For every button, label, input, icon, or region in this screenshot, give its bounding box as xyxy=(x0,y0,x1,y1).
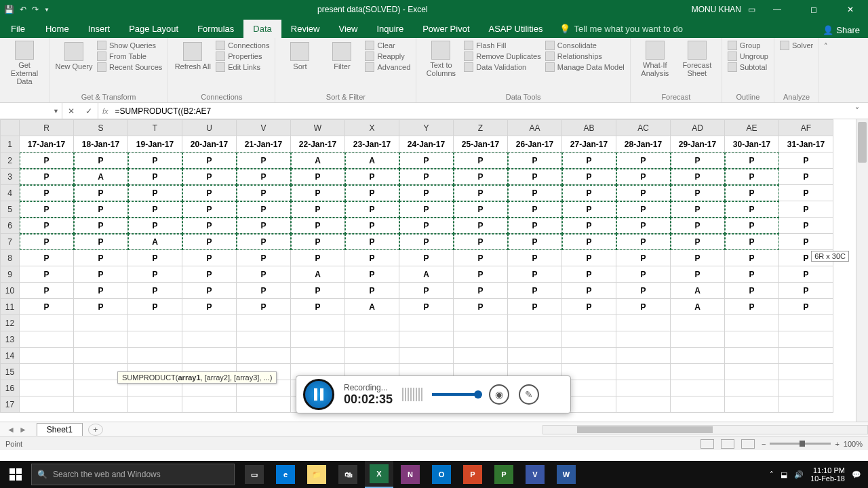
cell[interactable]: P xyxy=(128,283,182,299)
tray-network-icon[interactable]: ⬓ xyxy=(781,470,787,479)
cell[interactable] xyxy=(182,315,237,331)
cell[interactable]: P xyxy=(616,283,671,299)
cell[interactable] xyxy=(616,380,671,396)
tab-home[interactable]: Home xyxy=(36,20,79,38)
cell[interactable] xyxy=(779,331,833,348)
cell[interactable] xyxy=(128,331,182,348)
cell[interactable]: P xyxy=(671,266,725,283)
cell[interactable]: P xyxy=(399,299,454,315)
cell[interactable]: 19-Jan-17 xyxy=(128,136,182,152)
cell[interactable]: P xyxy=(291,299,345,315)
view-page-break-button[interactable] xyxy=(741,439,755,449)
cell[interactable]: 21-Jan-17 xyxy=(237,136,291,152)
view-page-layout-button[interactable] xyxy=(721,439,734,449)
row-header[interactable]: 11 xyxy=(1,299,20,315)
cell[interactable] xyxy=(508,315,562,331)
cell[interactable]: P xyxy=(345,234,399,250)
ribbon-display-icon[interactable]: ▭ xyxy=(748,5,755,14)
cell[interactable]: P xyxy=(399,152,454,169)
cell[interactable]: 28-Jan-17 xyxy=(616,136,671,152)
remove-duplicates-button[interactable]: Remove Duplicates xyxy=(464,52,540,61)
cell[interactable] xyxy=(725,396,779,413)
cell[interactable]: P xyxy=(508,152,562,169)
column-header[interactable]: W xyxy=(291,120,345,136)
cell[interactable]: P xyxy=(345,169,399,185)
cell[interactable] xyxy=(562,315,616,331)
cell[interactable]: P xyxy=(345,266,399,283)
cell[interactable] xyxy=(671,364,725,380)
cell[interactable]: P xyxy=(725,283,779,299)
cell[interactable] xyxy=(725,380,779,396)
cell[interactable]: P xyxy=(454,201,508,218)
relationships-button[interactable]: Relationships xyxy=(545,52,625,61)
zoom-level[interactable]: 100% xyxy=(844,440,863,448)
share-button[interactable]: 👤 Share xyxy=(814,22,868,38)
cell[interactable]: P xyxy=(237,250,291,266)
row-header[interactable]: 1 xyxy=(1,136,20,152)
close-button[interactable]: ✕ xyxy=(835,0,865,19)
cell[interactable]: P xyxy=(562,299,616,315)
zoom-out-button[interactable]: − xyxy=(762,440,766,448)
refresh-all-button[interactable]: Refresh All xyxy=(174,41,212,72)
cell[interactable]: P xyxy=(128,250,182,266)
cell[interactable] xyxy=(20,315,74,331)
cell[interactable] xyxy=(128,396,182,413)
cell[interactable]: P xyxy=(454,152,508,169)
cell[interactable]: P xyxy=(74,201,128,218)
cell[interactable] xyxy=(616,348,671,364)
cell[interactable]: 20-Jan-17 xyxy=(182,136,237,152)
cell[interactable]: P xyxy=(291,218,345,234)
cell[interactable]: P xyxy=(74,218,128,234)
cell[interactable]: P xyxy=(74,234,128,250)
cell[interactable]: P xyxy=(779,283,833,299)
cell[interactable] xyxy=(454,315,508,331)
cell[interactable]: P xyxy=(725,185,779,201)
visio-app[interactable]: V xyxy=(521,461,549,488)
cell[interactable] xyxy=(671,380,725,396)
cell[interactable] xyxy=(671,396,725,413)
cell[interactable]: P xyxy=(399,218,454,234)
row-header[interactable]: 6 xyxy=(1,218,20,234)
cell[interactable]: P xyxy=(508,283,562,299)
connections-button[interactable]: Connections xyxy=(216,41,269,50)
tab-formulas[interactable]: Formulas xyxy=(188,20,243,38)
cell[interactable]: P xyxy=(345,218,399,234)
cell[interactable] xyxy=(20,348,74,364)
cell[interactable]: P xyxy=(182,169,237,185)
add-sheet-button[interactable]: + xyxy=(88,424,103,436)
cell[interactable] xyxy=(454,348,508,364)
recent-sources-button[interactable]: Recent Sources xyxy=(97,62,162,72)
name-box[interactable]: ▼ xyxy=(0,103,62,119)
cell[interactable]: P xyxy=(182,185,237,201)
cell[interactable]: P xyxy=(562,152,616,169)
cell[interactable]: P xyxy=(725,152,779,169)
cell[interactable]: P xyxy=(671,169,725,185)
cell[interactable]: P xyxy=(237,201,291,218)
cell[interactable] xyxy=(671,348,725,364)
cell[interactable]: P xyxy=(671,201,725,218)
cell[interactable] xyxy=(345,348,399,364)
cell[interactable]: 31-Jan-17 xyxy=(779,136,833,152)
cell[interactable]: P xyxy=(508,299,562,315)
cell[interactable]: P xyxy=(779,266,833,283)
zoom-slider[interactable] xyxy=(770,443,831,445)
cell[interactable] xyxy=(779,364,833,380)
cell[interactable]: P xyxy=(20,218,74,234)
cell[interactable]: P xyxy=(20,266,74,283)
tab-inquire[interactable]: Inquire xyxy=(367,20,413,38)
cell[interactable] xyxy=(508,348,562,364)
cell[interactable]: 25-Jan-17 xyxy=(454,136,508,152)
cell[interactable] xyxy=(74,331,128,348)
cell[interactable] xyxy=(20,331,74,348)
cell[interactable]: P xyxy=(20,283,74,299)
row-header[interactable]: 9 xyxy=(1,266,20,283)
cell[interactable]: P xyxy=(671,152,725,169)
cell[interactable]: P xyxy=(399,185,454,201)
row-header[interactable]: 10 xyxy=(1,283,20,299)
subtotal-button[interactable]: Subtotal xyxy=(728,62,768,72)
row-header[interactable]: 12 xyxy=(1,315,20,331)
cell[interactable]: P xyxy=(399,201,454,218)
clear-button[interactable]: Clear xyxy=(365,41,410,50)
cell[interactable]: P xyxy=(454,185,508,201)
cell[interactable]: P xyxy=(779,201,833,218)
